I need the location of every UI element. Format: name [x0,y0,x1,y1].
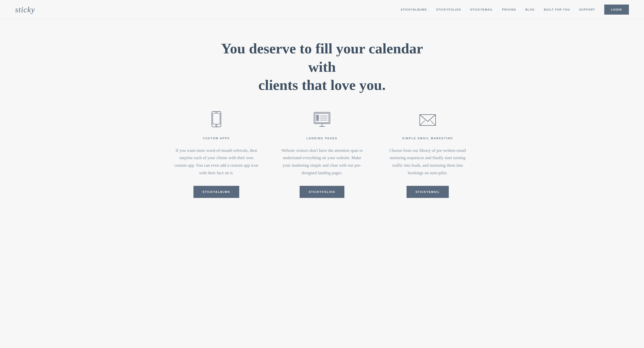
main-nav: sticky STICKYALBUMS STICKYFOLIOS STICKYE… [0,0,644,19]
feature-landing-pages: LANDING PAGES Website visitors don't hav… [269,110,375,198]
monitor-list-icon [312,110,332,130]
nav-stickyemail[interactable]: STICKYEMAIL [470,8,493,11]
svg-rect-0 [212,111,221,127]
custom-apps-desc: If you want more word-of-mouth referrals… [174,147,259,177]
svg-line-19 [430,120,436,125]
stickyfolios-button[interactable]: STICKYFOLIOS [300,186,344,198]
site-logo[interactable]: sticky [15,5,35,14]
nav-built-for-you[interactable]: BUILT FOR YOU [544,8,570,11]
nav-blog[interactable]: BLOG [525,8,535,11]
landing-pages-desc: Website visitors don't have the attentio… [279,147,365,177]
email-marketing-title: SIMPLE EMAIL MARKETING [385,137,470,140]
svg-rect-17 [420,115,436,125]
email-marketing-desc: Choose from our library of pre-written e… [385,147,470,177]
landing-pages-title: LANDING PAGES [279,137,365,140]
nav-pricing[interactable]: PRICING [502,8,516,11]
feature-email-marketing: SIMPLE EMAIL MARKETING Choose from our l… [375,110,480,198]
hero-section: You deserve to fill your calendar with c… [0,19,644,213]
nav-stickyalbums[interactable]: STICKYALBUMS [401,8,427,11]
svg-line-18 [420,120,425,125]
envelope-icon [418,110,438,130]
svg-point-2 [216,125,217,126]
nav-stickyfolios[interactable]: STICKYFOLIOS [436,8,461,11]
login-button[interactable]: LOGIN [604,5,629,15]
nav-support[interactable]: SUPPORT [579,8,595,11]
stickyalbums-button[interactable]: STICKYALBUMS [193,186,239,198]
svg-rect-1 [213,113,220,124]
features-grid: CUSTOM APPS If you want more word-of-mou… [146,110,498,198]
phone-icon [206,110,226,130]
nav-links: STICKYALBUMS STICKYFOLIOS STICKYEMAIL PR… [401,5,629,15]
stickyemail-button[interactable]: STICKYEMAIL [407,186,449,198]
feature-custom-apps: CUSTOM APPS If you want more word-of-mou… [164,110,269,198]
custom-apps-title: CUSTOM APPS [174,137,259,140]
hero-headline: You deserve to fill your calendar with c… [209,40,435,94]
